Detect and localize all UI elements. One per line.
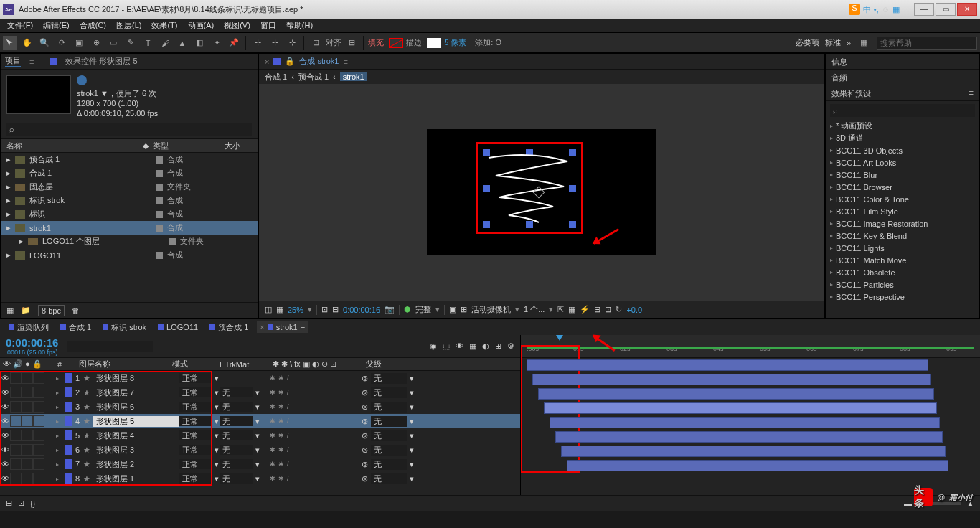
close-button[interactable]: ✕ xyxy=(957,3,977,16)
preset-item[interactable]: ▸BCC11 Key & Blend xyxy=(826,230,979,242)
toggle-in-out-icon[interactable]: {} xyxy=(30,499,35,508)
layer-bar[interactable] xyxy=(567,460,948,471)
menu-window[interactable]: 窗口 xyxy=(256,19,281,32)
new-folder-icon[interactable]: 📁 xyxy=(21,306,31,315)
menu-view[interactable]: 视图(V) xyxy=(220,19,255,32)
sogou-icon[interactable]: S xyxy=(849,4,860,15)
timeline-tab[interactable]: 标识 strok xyxy=(100,321,149,334)
timeline-track-pane[interactable]: :00s01s02s03s04s05s06s07s08s09s xyxy=(521,335,980,495)
project-item[interactable]: ▸strok1合成 xyxy=(1,221,258,235)
preset-item[interactable]: ▸BCC11 Obsolete xyxy=(826,266,979,278)
pen-tool[interactable]: ✎ xyxy=(123,36,138,50)
effects-panel-tab[interactable]: 效果和预设 ≡ xyxy=(826,85,979,101)
shy-icon[interactable]: 👁 xyxy=(456,341,463,351)
hand-tool[interactable]: ✋ xyxy=(20,36,34,50)
bpc-button[interactable]: 8 bpc xyxy=(38,305,65,316)
timeline-icon[interactable]: ⊟ xyxy=(594,305,600,314)
timeline-layer-list[interactable]: 👁▸1★形状图层 8正常 ▾✱✱/⊚ 无 ▾👁▸2★形状图层 7正常 ▾无 ▾✱… xyxy=(0,371,520,495)
puppet-tool[interactable]: 📌 xyxy=(227,36,241,50)
layer-bar[interactable] xyxy=(550,417,940,428)
timeline-tab[interactable]: 合成 1 xyxy=(57,321,94,334)
timeline-layer-row[interactable]: 👁▸5★形状图层 4正常 ▾无 ▾✱✱/⊚ 无 ▾ xyxy=(0,428,520,443)
workspace-essentials[interactable]: 必要项 xyxy=(796,37,819,48)
ime-more[interactable]: ▦ xyxy=(892,5,900,14)
layer-bar[interactable] xyxy=(544,402,937,414)
stroke-px[interactable]: 5 像素 xyxy=(444,37,466,48)
panel-menu-icon[interactable]: ≡ xyxy=(29,57,34,66)
menu-edit[interactable]: 编辑(E) xyxy=(39,19,74,32)
timeline-layer-row[interactable]: 👁▸6★形状图层 3正常 ▾无 ▾✱✱/⊚ 无 ▾ xyxy=(0,443,520,457)
preset-item[interactable]: ▸BCC11 3D Objects xyxy=(826,144,979,156)
pixel-icon[interactable]: ▦ xyxy=(568,305,575,314)
toggle-switches-icon[interactable]: ⊟ xyxy=(6,499,12,508)
res-select[interactable]: 完整 xyxy=(415,304,431,315)
grid-icon[interactable]: ⊞ xyxy=(461,305,467,314)
current-time[interactable]: 0:00:00:16 xyxy=(6,336,58,349)
composition-viewer[interactable] xyxy=(259,84,824,301)
comp-close-icon[interactable]: × xyxy=(265,57,269,66)
workspace-menu-icon[interactable]: ▦ xyxy=(857,36,871,50)
preset-list[interactable]: ▸* 动画预设▸3D 通道▸BCC11 3D Objects▸BCC11 Art… xyxy=(826,120,979,318)
toggle-alpha-icon[interactable]: ▦ xyxy=(276,305,283,314)
menu-file[interactable]: 文件(F) xyxy=(3,19,37,32)
timeline-tab[interactable]: 预合成 1 xyxy=(207,321,251,334)
timeline-search[interactable] xyxy=(67,341,153,352)
minimize-button[interactable]: — xyxy=(914,3,934,16)
comp-menu-icon[interactable]: ≡ xyxy=(343,57,347,66)
snap-label[interactable]: 对齐 xyxy=(326,37,341,48)
time-display[interactable]: 0:00:00:16 xyxy=(343,306,380,314)
snap-icon[interactable]: ⊡ xyxy=(308,36,323,50)
menu-help[interactable]: 帮助(H) xyxy=(282,19,317,32)
audio-panel-tab[interactable]: 音频 xyxy=(826,70,979,85)
project-item[interactable]: ▸标识 strok合成 xyxy=(1,194,258,207)
snapshot-icon[interactable]: 📷 xyxy=(385,305,395,314)
timeline-tab[interactable]: 渲染队列 xyxy=(6,321,52,334)
roto-tool[interactable]: ✦ xyxy=(209,36,224,50)
camera-select[interactable]: 活动摄像机 xyxy=(471,304,511,315)
header-trkmat[interactable]: T TrkMat xyxy=(218,360,273,369)
preset-item[interactable]: ▸BCC11 Lights xyxy=(826,242,979,254)
workspace-standard[interactable]: 标准 xyxy=(825,37,841,48)
preset-item[interactable]: ▸BCC11 Perspective xyxy=(826,291,979,303)
draft3d-icon[interactable]: ⬚ xyxy=(443,341,450,351)
project-tab[interactable]: 项目 xyxy=(5,55,21,67)
timeline-tab[interactable]: ×strok1 ≡ xyxy=(257,321,308,333)
zoom-select[interactable]: 25% xyxy=(288,306,303,314)
camera-tool[interactable]: ▣ xyxy=(72,36,86,50)
brush-tool[interactable]: 🖌 xyxy=(158,36,172,50)
preset-item[interactable]: ▸BCC11 Color & Tone xyxy=(826,193,979,205)
info-panel-tab[interactable]: 信息 xyxy=(826,54,979,70)
shape-tool[interactable]: ▭ xyxy=(106,36,121,50)
timeline-layer-row[interactable]: 👁▸7★形状图层 2正常 ▾无 ▾✱✱/⊚ 无 ▾ xyxy=(0,457,520,471)
anchor-tool[interactable]: ⊕ xyxy=(89,36,103,50)
menu-effect[interactable]: 效果(T) xyxy=(147,19,182,32)
frame-blend-icon[interactable]: ▦ xyxy=(469,341,476,351)
res-full-icon[interactable]: ⊡ xyxy=(321,305,328,314)
fill-swatch[interactable] xyxy=(389,38,403,48)
ime-punct[interactable]: •, xyxy=(874,5,879,14)
project-item[interactable]: ▸合成 1合成 xyxy=(1,166,258,180)
res-half-icon[interactable]: ⊟ xyxy=(332,305,339,314)
eye-col-icon[interactable]: 👁 xyxy=(3,359,11,369)
timeline-layer-row[interactable]: 👁▸2★形状图层 7正常 ▾无 ▾✱✱/⊚ 无 ▾ xyxy=(0,385,520,400)
brainstorm-icon[interactable]: ⚙ xyxy=(507,341,514,351)
ime-face[interactable]: ☺ xyxy=(882,5,890,14)
layer-bar[interactable] xyxy=(538,388,934,400)
comp-tab-name[interactable]: 合成 strok1 xyxy=(299,56,339,67)
project-item[interactable]: ▸LOGO11 个图层文件夹 xyxy=(1,235,258,248)
toggle-modes-icon[interactable]: ⊡ xyxy=(18,499,24,508)
project-item[interactable]: ▸固态层文件夹 xyxy=(1,180,258,194)
header-mode[interactable]: 模式 xyxy=(172,359,218,369)
stamp-tool[interactable]: ▲ xyxy=(175,36,189,50)
menu-layer[interactable]: 图层(L) xyxy=(112,19,146,32)
comp-mini-flow-icon[interactable]: ◉ xyxy=(430,341,437,351)
ime-cn[interactable]: 中 xyxy=(863,4,871,15)
timeline-layer-row[interactable]: 👁▸4★形状图层 5正常 ▾无 ▾✱✱/⊚ 无 ▾ xyxy=(0,414,520,428)
comp-flow-icon[interactable]: ⊡ xyxy=(605,305,611,314)
preset-item[interactable]: ▸* 动画预设 xyxy=(826,120,979,132)
layer-bar[interactable] xyxy=(561,446,946,457)
header-parent[interactable]: 父级 xyxy=(366,359,423,369)
header-layername[interactable]: 图层名称 xyxy=(79,359,172,369)
composition-canvas[interactable] xyxy=(427,129,656,255)
roi-icon[interactable]: ▣ xyxy=(449,305,456,314)
